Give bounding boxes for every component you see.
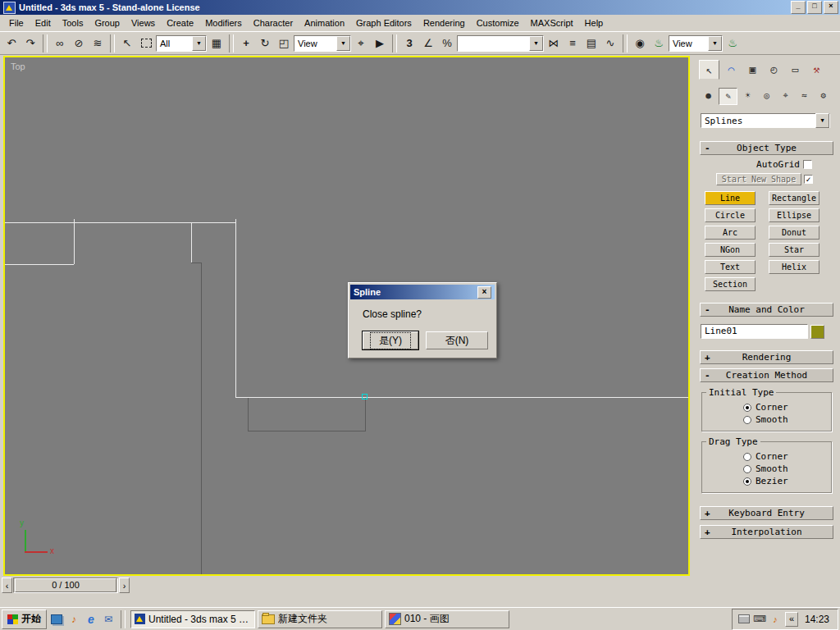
tab-display[interactable]: ▭ bbox=[786, 60, 805, 78]
time-slider-value[interactable]: 0 / 100 bbox=[15, 578, 116, 592]
chevron-down-icon[interactable]: ▼ bbox=[336, 36, 350, 51]
percent-snap-toggle-button[interactable]: % bbox=[438, 34, 456, 52]
object-type-button-ellipse[interactable]: Ellipse bbox=[769, 208, 819, 222]
redo-button[interactable]: ↷ bbox=[21, 34, 39, 52]
object-type-button-donut[interactable]: Donut bbox=[769, 226, 819, 240]
unlink-selection-button[interactable]: ⊘ bbox=[70, 34, 88, 52]
use-pivot-center-button[interactable]: ⌖ bbox=[352, 34, 370, 52]
category-spacewarps[interactable]: ≈ bbox=[796, 88, 813, 103]
object-type-button-section[interactable]: Section bbox=[705, 277, 756, 291]
chevron-down-icon[interactable]: ▼ bbox=[708, 36, 722, 51]
object-color-swatch[interactable] bbox=[810, 325, 824, 339]
object-type-button-star[interactable]: Star bbox=[769, 243, 819, 257]
render-type-dropdown[interactable]: View ▼ bbox=[669, 35, 723, 52]
rollout-creation-method[interactable]: - Creation Method bbox=[700, 368, 833, 382]
tray-clock[interactable]: 14:23 bbox=[802, 614, 832, 625]
select-and-scale-button[interactable]: ◰ bbox=[275, 34, 293, 52]
chevron-down-icon[interactable]: ▼ bbox=[192, 36, 206, 51]
tab-motion[interactable]: ◴ bbox=[765, 60, 783, 78]
undo-button[interactable]: ↶ bbox=[2, 34, 21, 52]
radio-drag-corner[interactable]: Corner bbox=[743, 451, 831, 462]
layer-manager-button[interactable]: ▤ bbox=[582, 34, 600, 52]
window-crossing-toggle[interactable]: ▦ bbox=[208, 34, 226, 52]
menu-file[interactable]: File bbox=[3, 16, 30, 30]
quicklaunch-media-button[interactable]: ♪ bbox=[66, 612, 81, 627]
object-type-button-rectangle[interactable]: Rectangle bbox=[769, 191, 819, 205]
object-type-button-text[interactable]: Text bbox=[705, 260, 756, 274]
category-lights[interactable]: ☀ bbox=[739, 88, 756, 103]
menu-create[interactable]: Create bbox=[161, 16, 199, 30]
start-button[interactable]: 开始 bbox=[2, 609, 47, 629]
select-and-manipulate-button[interactable]: ▶ bbox=[371, 34, 389, 52]
object-type-button-line[interactable]: Line bbox=[705, 191, 756, 205]
media-tray-icon[interactable]: ♪ bbox=[769, 614, 781, 624]
taskbar-task-paint[interactable]: 010 - 画图 bbox=[385, 610, 509, 628]
selection-filter-dropdown[interactable]: All ▼ bbox=[156, 35, 207, 52]
radio-initial-corner[interactable]: Corner bbox=[743, 402, 831, 413]
object-type-button-ngon[interactable]: NGon bbox=[705, 243, 756, 257]
taskbar-task-folder[interactable]: 新建文件夹 bbox=[258, 610, 382, 628]
no-button[interactable]: 否(N) bbox=[426, 331, 488, 349]
menu-animation[interactable]: Animation bbox=[299, 16, 350, 30]
menu-graph-editors[interactable]: Graph Editors bbox=[350, 16, 418, 30]
curve-editor-button[interactable]: ∿ bbox=[601, 34, 619, 52]
quicklaunch-ie-button[interactable]: e bbox=[84, 612, 98, 627]
close-icon[interactable]: × bbox=[477, 286, 491, 299]
select-object-button[interactable]: ↖ bbox=[118, 34, 136, 52]
menu-modifiers[interactable]: Modifiers bbox=[199, 16, 248, 30]
category-systems[interactable]: ⚙ bbox=[815, 88, 832, 103]
radio-initial-smooth[interactable]: Smooth bbox=[743, 414, 831, 425]
start-new-shape-checkbox[interactable]: ✓ bbox=[804, 175, 813, 184]
reference-coordsys-dropdown[interactable]: View ▼ bbox=[294, 35, 351, 52]
mirror-button[interactable]: ⋈ bbox=[545, 34, 563, 52]
angle-snap-toggle-button[interactable]: ∠ bbox=[419, 34, 437, 52]
tab-utilities[interactable]: ⚒ bbox=[807, 60, 826, 78]
select-and-rotate-button[interactable]: ↻ bbox=[256, 34, 274, 52]
chevron-down-icon[interactable]: ▼ bbox=[815, 113, 829, 128]
menu-character[interactable]: Character bbox=[248, 16, 299, 30]
category-helpers[interactable]: ⌖ bbox=[777, 88, 794, 103]
category-shapes[interactable]: ✎ bbox=[719, 88, 737, 105]
keyboard-ime-icon[interactable]: ⌨ bbox=[754, 614, 765, 624]
rollout-rendering[interactable]: + Rendering bbox=[700, 350, 833, 364]
tab-modify[interactable]: ⌒ bbox=[722, 60, 741, 78]
time-back-button[interactable]: ‹ bbox=[2, 578, 12, 593]
menu-customize[interactable]: Customize bbox=[471, 16, 525, 30]
radio-drag-bezier[interactable]: Bezier bbox=[743, 476, 831, 486]
shape-category-dropdown[interactable]: Splines ▼ bbox=[701, 113, 830, 128]
select-and-move-button[interactable]: + bbox=[237, 34, 255, 52]
quicklaunch-mail-button[interactable]: ✉ bbox=[101, 612, 116, 627]
rollout-keyboard-entry[interactable]: + Keyboard Entry bbox=[700, 506, 833, 520]
render-scene-button[interactable]: ♨ bbox=[650, 34, 668, 52]
quick-render-button[interactable]: ♨ bbox=[724, 34, 742, 52]
rollout-object-type[interactable]: - Object Type bbox=[700, 141, 833, 155]
time-forward-button[interactable]: › bbox=[119, 578, 130, 593]
yes-button[interactable]: 是(Y) bbox=[363, 331, 418, 349]
rollout-interpolation[interactable]: + Interpolation bbox=[700, 525, 833, 539]
select-and-link-button[interactable]: ∞ bbox=[51, 34, 69, 52]
tray-chevron-button[interactable]: « bbox=[785, 612, 798, 627]
snap-toggle-3d-button[interactable]: 3 bbox=[400, 34, 418, 52]
tab-hierarchy[interactable]: ▣ bbox=[743, 60, 762, 78]
category-geometry[interactable]: ● bbox=[700, 88, 717, 103]
object-type-button-circle[interactable]: Circle bbox=[705, 208, 756, 222]
rollout-name-and-color[interactable]: - Name and Color bbox=[700, 303, 833, 317]
start-new-shape-button[interactable]: Start New Shape bbox=[716, 173, 801, 185]
viewport-top[interactable]: Top x y bbox=[3, 56, 690, 576]
viewport-label[interactable]: Top bbox=[11, 62, 25, 71]
close-button[interactable]: × bbox=[824, 1, 838, 14]
align-button[interactable]: ≡ bbox=[564, 34, 582, 52]
minimize-button[interactable]: _ bbox=[791, 1, 806, 14]
menu-views[interactable]: Views bbox=[126, 16, 161, 30]
menu-edit[interactable]: Edit bbox=[30, 16, 57, 30]
menu-tools[interactable]: Tools bbox=[57, 16, 89, 30]
object-type-button-arc[interactable]: Arc bbox=[705, 226, 756, 240]
radio-drag-smooth[interactable]: Smooth bbox=[743, 463, 831, 474]
taskbar-task-3dsmax[interactable]: Untitled - 3ds max 5 - St... bbox=[130, 610, 255, 628]
tab-create[interactable]: ↖ bbox=[699, 60, 719, 80]
bind-to-spacewarp-button[interactable]: ≋ bbox=[89, 34, 107, 52]
rectangular-region-button[interactable] bbox=[137, 34, 155, 52]
time-slider-track[interactable]: 0 / 100 bbox=[13, 578, 118, 593]
named-selection-sets-dropdown[interactable]: ▼ bbox=[457, 35, 544, 52]
menu-maxscript[interactable]: MAXScript bbox=[525, 16, 579, 30]
